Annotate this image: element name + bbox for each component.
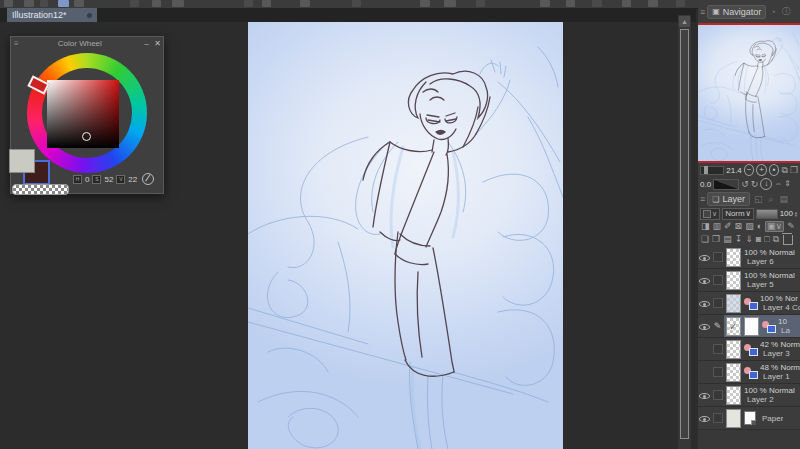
new-folder-icon[interactable]: ▤: [723, 235, 732, 244]
toolbar-icon[interactable]: [676, 0, 685, 7]
color-mode-toggle-icon[interactable]: [142, 173, 154, 185]
visibility-toggle[interactable]: [698, 253, 711, 262]
layer-mask-thumbnail[interactable]: [744, 317, 759, 336]
opacity-slider[interactable]: [756, 209, 778, 219]
toolbar-icon[interactable]: [648, 0, 658, 7]
tab-search-layer-icon[interactable]: ⌕: [766, 194, 775, 205]
zoom-slider[interactable]: [700, 166, 724, 175]
toolbar-icon[interactable]: [262, 0, 271, 7]
toolbar-icon[interactable]: [40, 0, 48, 7]
opacity-spinner[interactable]: ▲▼: [794, 211, 798, 217]
visibility-toggle[interactable]: [698, 299, 711, 308]
enable-mask-icon[interactable]: ◐: [757, 222, 762, 231]
layer-thumbnail[interactable]: [726, 271, 741, 290]
transparent-color-chip[interactable]: [12, 184, 69, 195]
ruler-icon[interactable]: ✎: [787, 222, 795, 231]
toolbar-icon[interactable]: [540, 0, 550, 7]
layer-row-layer1[interactable]: 48 % Norm Layer 1: [698, 361, 800, 384]
layer-row-paper[interactable]: Paper: [698, 407, 800, 430]
toolbar-icon[interactable]: [24, 0, 34, 7]
clip-to-layer-icon[interactable]: ◨: [701, 222, 710, 231]
visibility-toggle[interactable]: [698, 391, 711, 400]
toolbar-icon[interactable]: [300, 0, 310, 7]
rotate-reset-icon[interactable]: ↓: [760, 178, 772, 190]
layer-select-checkbox[interactable]: [711, 367, 724, 377]
transfer-down-icon[interactable]: ↧: [735, 235, 743, 244]
layer-select-checkbox[interactable]: [711, 298, 724, 308]
tab-close-icon[interactable]: [87, 13, 92, 18]
new-raster-layer-icon[interactable]: ❏: [701, 235, 709, 244]
create-mask-icon[interactable]: ◙: [756, 235, 761, 244]
layer-select-checkbox[interactable]: [711, 252, 724, 262]
color-cursor[interactable]: [82, 132, 91, 141]
zoom-in-icon[interactable]: +: [756, 164, 767, 176]
close-icon[interactable]: ✕: [152, 39, 163, 48]
toolbar-icon[interactable]: [130, 0, 139, 7]
panel-menu-icon[interactable]: ≡: [700, 7, 705, 17]
document-tab[interactable]: Illustration12*: [7, 8, 97, 22]
saturation-value-square[interactable]: [47, 80, 119, 148]
tab-subview-icon[interactable]: ◔: [768, 7, 777, 17]
layer-row-layer2[interactable]: 100 % Normal Layer 2: [698, 384, 800, 407]
tab-layer[interactable]: ❏ Layer: [707, 192, 750, 206]
scrollbar-thumb[interactable]: [680, 29, 689, 439]
toolbar-icon[interactable]: [244, 0, 253, 7]
layer-row-layer4copy[interactable]: 100 % Nor Layer 4 Copy: [698, 292, 800, 315]
visibility-toggle[interactable]: [698, 322, 711, 331]
toolbar-icon[interactable]: [592, 0, 602, 7]
lock-layer-icon[interactable]: ⊠: [735, 222, 743, 231]
layer-thumbnail[interactable]: [726, 340, 741, 359]
panel-menu-icon[interactable]: ≡: [700, 194, 705, 204]
set-ruler-dropdown-icon[interactable]: ▣∨: [765, 221, 784, 232]
layer-select-checkbox[interactable]: [711, 413, 724, 423]
rotation-slider[interactable]: [713, 179, 739, 190]
reference-layer-icon[interactable]: ▥: [713, 222, 722, 231]
toolbar-icon[interactable]: [152, 0, 161, 7]
flip-vertical-icon[interactable]: ⇕: [784, 180, 791, 188]
toolbar-icon[interactable]: [420, 0, 430, 7]
fit-to-screen-icon[interactable]: ⧉: [781, 166, 787, 175]
layer-row-layer6[interactable]: 100 % Normal Layer 6: [698, 246, 800, 269]
layer-thumbnail[interactable]: [726, 386, 741, 405]
layer-select-checkbox[interactable]: [711, 344, 724, 354]
zoom-out-icon[interactable]: −: [744, 164, 755, 176]
layer-row-layer5[interactable]: 100 % Normal Layer 5: [698, 269, 800, 292]
layer-select-checkbox[interactable]: [711, 390, 724, 400]
navigator-preview[interactable]: [698, 25, 800, 161]
toolbar-icon[interactable]: [74, 0, 84, 7]
layer-thumbnail[interactable]: [726, 409, 741, 428]
toolbar-icon[interactable]: [172, 0, 184, 7]
layer-thumbnail[interactable]: [726, 294, 741, 313]
visibility-toggle[interactable]: [698, 414, 711, 423]
toolbar-icon[interactable]: [444, 0, 456, 7]
tab-layer-property-icon[interactable]: ◱: [752, 194, 765, 204]
zoom-reset-icon[interactable]: ▪: [769, 164, 780, 176]
visibility-toggle[interactable]: [698, 276, 711, 285]
delete-layer-icon[interactable]: [783, 235, 793, 245]
layer-row-layer3[interactable]: 42 % Norm Layer 3: [698, 338, 800, 361]
divide-frame-icon[interactable]: ⧉: [773, 235, 779, 244]
blend-mode-dropdown[interactable]: Norm ∨: [722, 208, 754, 220]
palette-color-dropdown[interactable]: ∨: [700, 208, 720, 220]
scroll-up-icon[interactable]: ▲: [679, 16, 690, 27]
foreground-color-swatch[interactable]: [9, 149, 35, 173]
layer-thumbnail[interactable]: [726, 248, 741, 267]
toolbar-icon[interactable]: [352, 0, 361, 7]
layer-select-checkbox[interactable]: [711, 275, 724, 285]
flip-horizontal-icon[interactable]: ⇔: [774, 180, 782, 188]
toolbar-icon[interactable]: [4, 0, 13, 7]
toolbar-icon[interactable]: [566, 0, 575, 7]
apply-mask-icon[interactable]: □: [764, 235, 769, 244]
toolbar-icon[interactable]: [622, 0, 631, 7]
canvas-vertical-scrollbar[interactable]: ▲: [678, 15, 691, 449]
tab-material-icon[interactable]: ▤: [778, 194, 791, 204]
drawing-canvas[interactable]: [248, 22, 563, 449]
layer-thumbnail[interactable]: ✓: [726, 317, 741, 336]
merge-down-icon[interactable]: ⇓: [745, 235, 753, 244]
fit-to-navigator-icon[interactable]: ❐: [790, 166, 798, 175]
minimize-icon[interactable]: –: [141, 39, 152, 48]
new-vector-layer-icon[interactable]: ❐: [712, 235, 720, 244]
layer-thumbnail[interactable]: [726, 363, 741, 382]
lock-transparent-icon[interactable]: ▨: [745, 222, 754, 231]
toolbar-icon[interactable]: [476, 0, 485, 7]
